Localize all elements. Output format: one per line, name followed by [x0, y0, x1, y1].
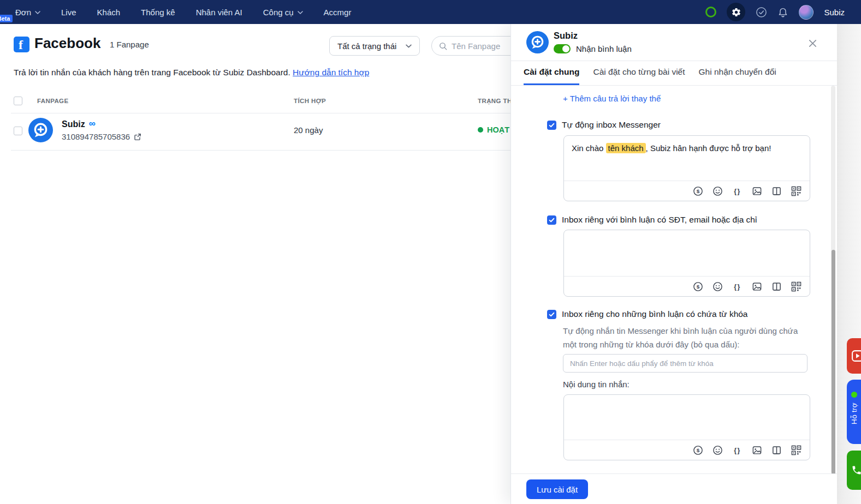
comment-toggle-row: Nhận bình luận: [554, 44, 632, 53]
customer-name-variable: tên khách: [606, 143, 646, 153]
template-columns-icon[interactable]: [771, 445, 782, 455]
keyword-description: Tự động nhắn tin Messenger khi bình luận…: [563, 324, 809, 351]
drawer-title: Subiz: [554, 31, 578, 41]
top-nav: Đơn Live Khách Thống kê Nhân viên AI Côn…: [0, 0, 861, 24]
message-after: , Subiz hân hạnh được hỗ trợ bạn!: [646, 143, 771, 153]
nav-item-label: Live: [61, 8, 76, 17]
qr-code-icon[interactable]: [791, 186, 801, 196]
toggle-label: Nhận bình luận: [576, 44, 632, 53]
image-icon[interactable]: [752, 281, 762, 292]
private-inbox-contact-section: Inbox riêng với bình luận có SĐT, email …: [547, 215, 757, 225]
beta-badge: Beta: [0, 15, 13, 22]
select-all-checkbox[interactable]: [14, 97, 22, 105]
template-columns-icon[interactable]: [771, 281, 782, 292]
chevron-down-icon: [406, 44, 412, 48]
private-inbox-keyword-label: Inbox riêng cho những bình luận có chứa …: [562, 309, 748, 319]
private-inbox-contact-checkbox[interactable]: [547, 215, 556, 225]
status-ring-icon[interactable]: [705, 7, 716, 17]
scrollbar-track[interactable]: [831, 86, 835, 473]
nav-item-live[interactable]: Live: [61, 8, 76, 17]
template-columns-icon[interactable]: [771, 186, 782, 196]
private-inbox-keyword-section: Inbox riêng cho những bình luận có chứa …: [547, 309, 748, 319]
tab-general-settings[interactable]: Cài đặt chung: [524, 61, 579, 85]
facebook-f-glyph: f: [19, 38, 23, 52]
product-dollar-icon[interactable]: [693, 281, 703, 292]
fanpage-id-text: 310894785705836: [62, 132, 130, 141]
editor-toolbar: [564, 276, 810, 296]
nav-item-accmgr[interactable]: Accmgr: [324, 8, 352, 17]
external-link-icon[interactable]: [134, 133, 141, 141]
emoji-icon[interactable]: [712, 445, 723, 455]
support-widget[interactable]: Hỗ trợ: [847, 380, 861, 444]
video-demo-widget[interactable]: [847, 338, 861, 374]
emoji-icon[interactable]: [712, 281, 723, 292]
nav-item-label: Đơn: [15, 8, 31, 17]
status-filter-dropdown[interactable]: Tất cả trạng thái: [329, 36, 420, 56]
auto-inbox-checkbox[interactable]: [547, 121, 556, 130]
support-label: Hỗ trợ: [850, 403, 858, 424]
contact-message-editor[interactable]: [563, 230, 810, 297]
status-dot-icon: [478, 127, 483, 133]
search-icon: [439, 42, 447, 50]
scrollbar-thumb[interactable]: [832, 250, 835, 496]
check-icon: [548, 311, 555, 318]
fanpage-name[interactable]: Subiz ∞: [62, 119, 96, 129]
nav-right-cluster: Subiz: [705, 0, 845, 24]
nav-item-nhanvien-ai[interactable]: Nhân viên AI: [196, 8, 242, 17]
message-content-label: Nội dung tin nhắn:: [563, 380, 630, 389]
nav-item-label: Nhân viên AI: [196, 8, 242, 17]
tab-per-post-settings[interactable]: Cài đặt cho từng bài viết: [593, 61, 685, 85]
receive-comments-toggle[interactable]: [554, 44, 571, 53]
nav-item-khach[interactable]: Khách: [97, 8, 121, 17]
auto-inbox-section: Tự động inbox Messenger: [547, 120, 661, 130]
chevron-down-icon: [35, 11, 40, 14]
dynamic-field-icon[interactable]: [732, 445, 743, 455]
dynamic-field-icon[interactable]: [732, 281, 743, 292]
product-dollar-icon[interactable]: [693, 445, 703, 455]
emoji-icon[interactable]: [712, 186, 723, 196]
toggle-knob: [562, 45, 569, 52]
fanpage-count: 1 Fanpage: [110, 40, 149, 49]
app-window: Đơn Live Khách Thống kê Nhân viên AI Côn…: [0, 0, 861, 504]
product-dollar-icon[interactable]: [693, 186, 703, 196]
facebook-logo-icon: f: [14, 37, 29, 52]
keyword-message-editor[interactable]: [563, 394, 810, 460]
nav-item-congcu[interactable]: Công cụ: [263, 8, 303, 17]
private-inbox-contact-label: Inbox riêng với bình luận có SĐT, email …: [562, 215, 757, 225]
image-icon[interactable]: [752, 186, 762, 196]
checkbox-unchecked: [14, 97, 22, 105]
guide-link[interactable]: Hướng dẫn tích hợp: [293, 68, 369, 77]
drawer-content: + Thêm câu trả lời thay thế Tự động inbo…: [511, 86, 837, 473]
message-before: Xin chào: [572, 143, 606, 153]
qr-code-icon[interactable]: [791, 281, 801, 292]
save-settings-button[interactable]: Lưu cài đặt: [526, 479, 588, 499]
private-inbox-keyword-checkbox[interactable]: [547, 310, 556, 319]
nav-item-thongke[interactable]: Thống kê: [141, 8, 175, 17]
bell-icon[interactable]: [777, 7, 788, 17]
user-name[interactable]: Subiz: [824, 8, 845, 17]
tab-conversion-tracking[interactable]: Ghi nhận chuyển đổi: [699, 61, 776, 85]
drawer-header: Subiz Nhận bình luận: [511, 24, 837, 61]
row-checkbox[interactable]: [14, 127, 22, 135]
integration-duration: 20 ngày: [294, 125, 323, 135]
call-widget[interactable]: [847, 451, 861, 490]
message-text: [564, 395, 810, 407]
page-title: Facebook: [34, 35, 100, 52]
close-icon: [807, 38, 818, 49]
add-alternative-reply-link[interactable]: + Thêm câu trả lời thay thế: [563, 94, 661, 103]
settings-button[interactable]: [727, 3, 745, 21]
keyword-input[interactable]: [563, 354, 807, 373]
qr-code-icon[interactable]: [791, 445, 801, 455]
nav-item-label: Công cụ: [263, 8, 294, 17]
nav-item-label: Thống kê: [141, 8, 175, 17]
image-icon[interactable]: [752, 445, 762, 455]
nav-item-don[interactable]: Đơn: [15, 8, 40, 17]
column-header-integration: TÍCH HỢP: [294, 98, 326, 104]
nav-item-label: Khách: [97, 8, 121, 17]
user-avatar[interactable]: [799, 5, 814, 20]
check-circle-icon[interactable]: [756, 7, 767, 18]
close-button[interactable]: [806, 37, 818, 49]
dynamic-field-icon[interactable]: [732, 186, 743, 196]
auto-inbox-message-editor[interactable]: Xin chào tên khách, Subiz hân hạnh được …: [563, 135, 810, 201]
nav-item-label: Accmgr: [324, 8, 352, 17]
